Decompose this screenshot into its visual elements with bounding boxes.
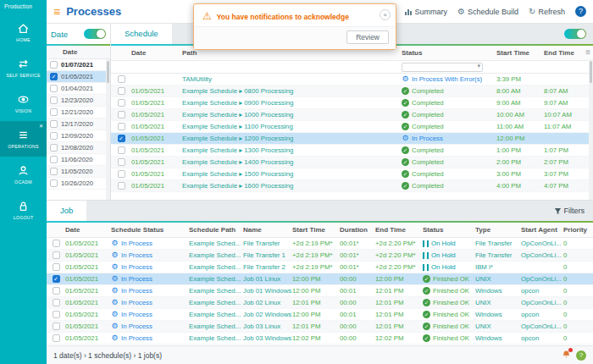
row-checkbox[interactable] xyxy=(50,108,58,116)
row-checkbox[interactable] xyxy=(118,135,125,142)
job-table-row[interactable]: 01/05/2021 In Process Example Sched... F… xyxy=(47,262,593,273)
schedule-table-row[interactable]: 01/05/2021 Example Schedule ▸ 1600 Proce… xyxy=(111,180,593,192)
col-header-status[interactable]: Status xyxy=(423,226,475,234)
job-table-row[interactable]: 01/05/2021 In Process Example Sched... J… xyxy=(47,273,593,285)
schedule-table-row[interactable]: 01/05/2021 Example Schedule ▸ 1300 Proce… xyxy=(111,145,593,157)
col-header-status[interactable]: Status xyxy=(402,49,496,57)
schedule-scrollbar[interactable] xyxy=(589,59,593,200)
row-checkbox[interactable] xyxy=(118,87,125,95)
date-list-item[interactable]: 12/23/2020 xyxy=(47,95,110,107)
row-checkbox[interactable] xyxy=(50,85,58,92)
refresh-button[interactable]: ↻Refresh xyxy=(529,7,565,16)
date-list-item[interactable]: 12/21/2020 xyxy=(47,107,110,119)
row-checkbox[interactable] xyxy=(53,240,60,247)
schedule-table-row[interactable]: 01/05/2021 Example Schedule ▸ 0800 Proce… xyxy=(111,85,593,97)
col-header-end-time[interactable]: End Time xyxy=(375,226,423,234)
row-checkbox[interactable] xyxy=(118,123,125,130)
schedule-filter-toggle[interactable] xyxy=(564,29,586,39)
summary-button[interactable]: Summary xyxy=(404,8,448,16)
row-checkbox[interactable] xyxy=(50,179,58,187)
col-header-schedule-status[interactable]: Schedule Status xyxy=(111,226,189,234)
schedule-table-row[interactable]: 01/05/2021 Example Schedule ▸ 0900 Proce… xyxy=(111,97,593,109)
job-table-row[interactable]: 01/05/2021 In Process Example Sched... J… xyxy=(47,333,593,345)
sidebar-item-logout[interactable]: LOGOUT xyxy=(0,192,47,228)
row-checkbox[interactable] xyxy=(53,263,60,271)
row-checkbox[interactable] xyxy=(53,251,60,259)
job-table-row[interactable]: 01/05/2021 In Process Example Sched... F… xyxy=(47,250,593,262)
col-header-start-time[interactable]: Start Time xyxy=(292,226,340,234)
date-list-item[interactable]: 12/08/2020 xyxy=(47,142,110,154)
row-checkbox[interactable] xyxy=(53,323,60,330)
scrollbar-thumb[interactable] xyxy=(590,61,592,83)
schedule-table-row[interactable]: 01/05/2021 Example Schedule ▸ 1400 Proce… xyxy=(111,157,593,168)
col-header-end-time[interactable]: End Time xyxy=(544,49,581,57)
row-checkbox[interactable] xyxy=(118,99,125,107)
col-header-name[interactable]: Name xyxy=(243,226,292,234)
sidebar-item-ocadm[interactable]: OCADM xyxy=(0,157,47,192)
col-header-schedule-path[interactable]: Schedule Path xyxy=(189,226,243,234)
notifications-bell-icon[interactable] xyxy=(562,350,571,361)
col-header-type[interactable]: Type xyxy=(475,226,521,234)
date-list-item[interactable]: 11/05/2020 xyxy=(47,166,110,178)
schedule-table-row[interactable]: 01/05/2021 Example Schedule ▸ 1500 Proce… xyxy=(111,168,593,180)
schedule-build-button[interactable]: ⚙Schedule Build xyxy=(457,7,518,16)
schedule-table-row[interactable]: TAMUtility In Process With Error(s) 3:39… xyxy=(111,74,593,85)
row-checkbox[interactable] xyxy=(50,156,58,163)
row-checkbox[interactable] xyxy=(50,168,58,175)
col-header-start-time[interactable]: Start Time xyxy=(496,49,544,57)
date-list-item[interactable]: 01/05/2021 xyxy=(47,71,110,83)
filters-button[interactable]: Filters xyxy=(554,207,585,215)
close-icon[interactable]: ✕ xyxy=(39,124,43,129)
tab-job[interactable]: Job xyxy=(47,201,86,221)
help-bubble-icon[interactable]: ? xyxy=(576,350,586,361)
review-button[interactable]: Review xyxy=(346,30,389,44)
col-header-date[interactable]: Date xyxy=(131,49,182,57)
job-table-row[interactable]: 01/05/2021 In Process Example Sched... J… xyxy=(47,309,593,321)
row-checkbox[interactable] xyxy=(50,144,58,152)
job-table-row[interactable]: 01/05/2021 In Process Example Sched... J… xyxy=(47,321,593,333)
job-table-row[interactable]: 01/05/2021 In Process Example Sched... J… xyxy=(47,297,593,309)
row-checkbox[interactable] xyxy=(53,287,60,295)
row-checkbox[interactable] xyxy=(50,97,58,104)
help-button[interactable]: ? xyxy=(575,6,586,17)
row-checkbox[interactable] xyxy=(118,146,125,154)
row-checkbox[interactable] xyxy=(118,170,125,178)
row-checkbox[interactable] xyxy=(118,111,125,119)
job-table-row[interactable]: 01/05/2021 In Process Example Sched... F… xyxy=(47,238,593,250)
date-filter-toggle[interactable] xyxy=(84,29,106,39)
job-table-row[interactable]: 01/05/2021 In Process Example Sched... J… xyxy=(47,285,593,297)
schedule-table-row[interactable]: 01/05/2021 Example Schedule ▸ 1200 Proce… xyxy=(111,133,593,145)
date-list-item[interactable]: 01/04/2021 xyxy=(47,83,110,95)
row-checkbox[interactable] xyxy=(50,73,58,80)
row-checkbox[interactable] xyxy=(53,311,60,318)
row-checkbox[interactable] xyxy=(118,158,125,166)
date-column-header[interactable]: Date xyxy=(47,46,110,59)
sidebar-item-home[interactable]: HOME xyxy=(0,14,47,50)
schedule-table-row[interactable]: 01/05/2021 Example Schedule ▸ 1100 Proce… xyxy=(111,121,593,133)
col-header-start-agent[interactable]: Start Agent xyxy=(521,226,563,234)
row-checkbox[interactable] xyxy=(118,75,125,83)
menu-icon[interactable]: ≡ xyxy=(53,5,60,19)
tab-schedule[interactable]: Schedule xyxy=(111,24,172,44)
col-header-duration[interactable]: Duration xyxy=(340,226,375,234)
schedule-table-row[interactable]: 01/05/2021 Example Schedule ▸ 1000 Proce… xyxy=(111,109,593,121)
row-checkbox[interactable] xyxy=(50,120,58,128)
col-header-priority[interactable]: Priority xyxy=(563,226,593,234)
row-checkbox[interactable] xyxy=(50,132,58,140)
sidebar-item-vision[interactable]: VISION xyxy=(0,85,47,121)
sidebar-item-operations[interactable]: ✕ OPERATIONS xyxy=(0,121,47,157)
date-list-item[interactable]: 01/07/2021 xyxy=(47,59,110,71)
date-list-item[interactable]: 11/06/2020 xyxy=(47,154,110,166)
date-list-item[interactable]: 10/26/2020 xyxy=(47,178,110,190)
date-list-item[interactable]: 12/09/2020 xyxy=(47,130,110,142)
sidebar-item-self-service[interactable]: SELF SERVICE xyxy=(0,50,47,85)
col-header-date[interactable]: Date xyxy=(65,226,111,234)
row-checkbox[interactable] xyxy=(118,182,125,190)
status-filter-dropdown[interactable]: ▾ xyxy=(402,63,483,72)
date-scrollbar[interactable] xyxy=(106,59,110,200)
column-menu-icon[interactable]: ≡ xyxy=(585,48,590,57)
row-checkbox[interactable] xyxy=(53,299,60,306)
row-checkbox[interactable] xyxy=(53,275,60,283)
date-list-item[interactable]: 12/17/2020 xyxy=(47,119,110,130)
col-header-path[interactable]: Path xyxy=(182,49,402,57)
